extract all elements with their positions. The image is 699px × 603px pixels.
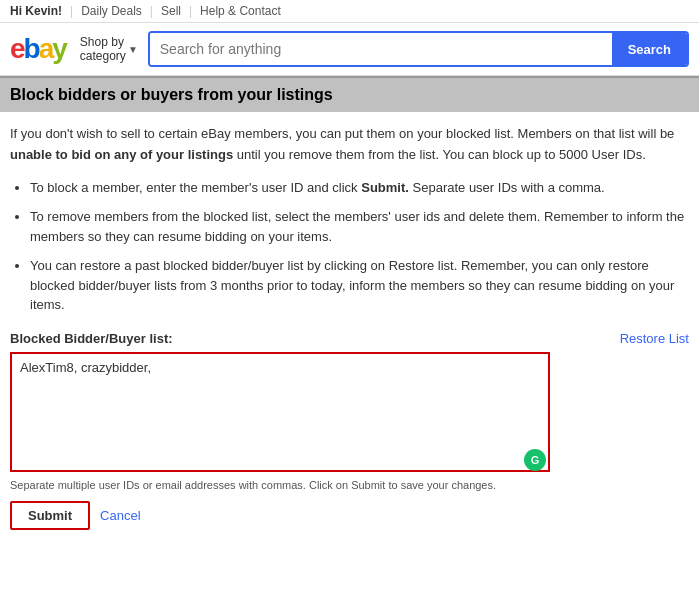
help-link[interactable]: Help & Contact (200, 4, 281, 18)
page-title: Block bidders or buyers from your listin… (10, 86, 689, 104)
header: ebay Shop bycategory ▼ Search (0, 23, 699, 76)
greeting: Hi Kevin! (10, 4, 62, 18)
list-item: You can restore a past blocked bidder/bu… (30, 256, 689, 315)
shop-by-category[interactable]: Shop bycategory ▼ (80, 35, 138, 63)
submit-button[interactable]: Submit (10, 501, 90, 530)
blocked-section: Blocked Bidder/Buyer list: Restore List … (10, 331, 689, 530)
restore-list-link[interactable]: Restore List (620, 331, 689, 346)
helper-text: Separate multiple user IDs or email addr… (10, 479, 550, 491)
search-bar: Search (148, 31, 689, 67)
list-item: To block a member, enter the member's us… (30, 178, 689, 198)
blocked-bidder-textarea[interactable] (10, 352, 550, 472)
search-input[interactable] (150, 33, 612, 65)
blocked-label: Blocked Bidder/Buyer list: (10, 331, 173, 346)
daily-deals-link[interactable]: Daily Deals (81, 4, 142, 18)
textarea-wrapper: G (10, 352, 550, 475)
sell-link[interactable]: Sell (161, 4, 181, 18)
cancel-link[interactable]: Cancel (100, 508, 140, 523)
page-content: Block bidders or buyers from your listin… (0, 76, 699, 550)
action-buttons: Submit Cancel (10, 501, 689, 530)
page-title-bar: Block bidders or buyers from your listin… (0, 76, 699, 112)
list-item: To remove members from the blocked list,… (30, 207, 689, 246)
instructions-list: To block a member, enter the member's us… (10, 178, 689, 315)
ebay-logo: ebay (10, 33, 66, 65)
blocked-header: Blocked Bidder/Buyer list: Restore List (10, 331, 689, 346)
search-button[interactable]: Search (612, 33, 687, 65)
intro-text: If you don't wish to sell to certain eBa… (10, 124, 689, 166)
shop-by-label: Shop bycategory (80, 35, 126, 63)
top-nav: Hi Kevin! | Daily Deals | Sell | Help & … (0, 0, 699, 23)
chevron-down-icon: ▼ (128, 44, 138, 55)
grammarly-icon: G (524, 449, 546, 471)
